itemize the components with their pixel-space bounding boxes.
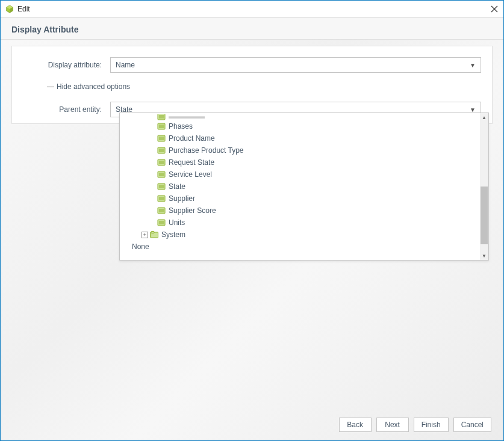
tree-item-label: State xyxy=(169,182,185,191)
tree-item[interactable]: Supplier Score xyxy=(123,205,476,217)
tree-item-label: Supplier xyxy=(169,194,195,203)
page-title: Display Attribute xyxy=(11,25,493,34)
tree-item[interactable]: Supplier xyxy=(123,193,476,205)
titlebar: Edit xyxy=(1,1,503,17)
display-attribute-select[interactable]: Name ▼ xyxy=(110,57,481,73)
tree-item-label: System xyxy=(161,230,185,239)
finish-button[interactable]: Finish xyxy=(414,418,449,432)
parent-entity-dropdown: ▬▬▬▬▬ PhasesProduct NamePurchase Product… xyxy=(119,113,489,261)
next-button[interactable]: Next xyxy=(376,418,409,432)
svg-rect-46 xyxy=(151,232,154,233)
cancel-button[interactable]: Cancel xyxy=(453,418,491,432)
entity-icon xyxy=(157,183,166,190)
app-icon xyxy=(5,5,14,13)
entity-icon xyxy=(157,123,166,130)
tree-folder-item[interactable]: +System xyxy=(123,229,476,241)
window-title: Edit xyxy=(17,5,490,13)
entity-icon xyxy=(157,135,166,142)
chevron-down-icon: ▼ xyxy=(470,62,476,69)
entity-icon xyxy=(157,159,166,166)
tree-item-label: Product Name xyxy=(169,134,215,143)
tree-item[interactable]: Product Name xyxy=(123,132,476,144)
tree-item[interactable]: Service Level xyxy=(123,168,476,180)
tree-item-label: Phases xyxy=(169,122,193,131)
chevron-down-icon: ▼ xyxy=(470,106,476,113)
folder-icon xyxy=(150,231,158,238)
display-attribute-label: Display attribute: xyxy=(23,61,110,69)
display-attribute-value: Name xyxy=(116,61,135,69)
tree-item-label: Units xyxy=(169,218,185,227)
dropdown-scrollbar[interactable]: ▲ ▼ xyxy=(480,113,488,260)
tree-item-label: Purchase Product Type xyxy=(169,146,244,155)
tree-item-label: Supplier Score xyxy=(169,206,216,215)
entity-icon xyxy=(157,171,166,178)
display-attribute-row: Display attribute: Name ▼ xyxy=(23,57,481,73)
advanced-toggle-label: Hide advanced options xyxy=(57,82,130,91)
scroll-thumb[interactable] xyxy=(481,187,488,244)
tree-item[interactable]: Phases xyxy=(123,120,476,132)
scroll-up-arrow[interactable]: ▲ xyxy=(480,113,488,122)
scroll-down-arrow[interactable]: ▼ xyxy=(480,251,488,260)
tree-item[interactable]: Request State xyxy=(123,156,476,168)
entity-icon xyxy=(157,207,166,214)
collapse-icon: — xyxy=(47,82,53,91)
tree-item-label: Request State xyxy=(169,158,214,167)
tree-item[interactable]: State xyxy=(123,180,476,193)
advanced-toggle-row[interactable]: — Hide advanced options xyxy=(23,82,481,91)
tree-item-label: Service Level xyxy=(169,170,212,179)
tree-item[interactable]: Purchase Product Type xyxy=(123,144,476,156)
tree-item-cutoff[interactable]: ▬▬▬▬▬ xyxy=(123,114,476,120)
expand-icon[interactable]: + xyxy=(142,232,148,238)
back-button[interactable]: Back xyxy=(339,418,372,432)
entity-icon xyxy=(157,195,166,202)
dialog-buttons: Back Next Finish Cancel xyxy=(339,418,491,432)
tree-none-item[interactable]: None xyxy=(123,241,476,253)
entity-tree: ▬▬▬▬▬ PhasesProduct NamePurchase Product… xyxy=(120,113,480,254)
tree-item-label: None xyxy=(132,242,149,251)
entity-icon xyxy=(157,219,166,226)
tree-item[interactable]: Units xyxy=(123,217,476,229)
entity-icon xyxy=(157,114,166,120)
parent-entity-label: Parent entity: xyxy=(23,105,110,114)
entity-icon xyxy=(157,147,166,154)
content-panel: Display attribute: Name ▼ — Hide advance… xyxy=(11,46,493,124)
dialog-header: Display Attribute xyxy=(1,17,503,40)
close-icon[interactable] xyxy=(490,5,499,13)
